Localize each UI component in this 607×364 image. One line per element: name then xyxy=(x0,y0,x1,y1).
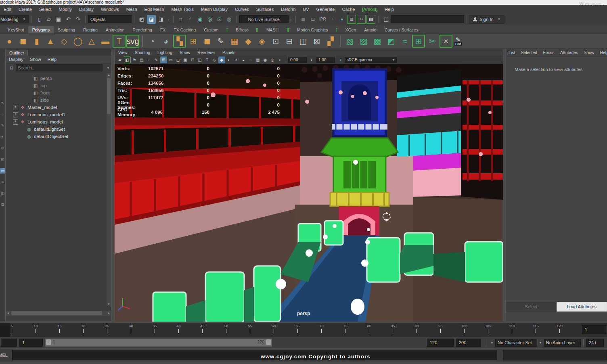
shelf-tab[interactable]: FX Caching xyxy=(170,26,200,33)
menu-item[interactable]: Modify xyxy=(55,7,75,12)
shelf-tab[interactable]: Polygons xyxy=(28,26,54,33)
scale-tool-icon[interactable]: ◱ xyxy=(0,157,6,162)
anim-layer-dropdown[interactable]: No Anim Layer xyxy=(544,339,581,347)
select-hierarchy-icon[interactable]: ◩ xyxy=(137,15,146,24)
viewport-menu-item[interactable]: View xyxy=(115,50,131,55)
anti-alias-icon[interactable]: ▦ xyxy=(255,56,262,63)
outliner-menu-item[interactable]: Display xyxy=(6,57,27,62)
playback-range-slider[interactable]: 1 120 xyxy=(45,339,272,347)
poly-cylinder-icon[interactable]: ▮ xyxy=(30,35,43,48)
outliner-item[interactable]: ◍ defaultObjectSet xyxy=(6,133,111,140)
combine-icon[interactable]: ▚ xyxy=(173,35,186,48)
move-tool-icon[interactable]: + xyxy=(0,134,6,140)
delete-uvs-icon[interactable]: × xyxy=(440,35,452,48)
sign-in-dropdown[interactable]: Sign In ▼ xyxy=(469,15,504,24)
mirror-icon[interactable]: ◫ xyxy=(297,35,310,48)
poly-cone-icon[interactable]: ▲ xyxy=(44,35,57,48)
poly-torus-icon[interactable]: ◯ xyxy=(71,35,84,48)
redo-icon[interactable]: ↷ xyxy=(73,15,82,24)
shelf-tab[interactable]: MASH xyxy=(262,26,283,33)
sidebar-toggle-icon[interactable]: ◫ xyxy=(381,15,390,24)
expand-icon[interactable]: + xyxy=(13,112,18,117)
menu-item[interactable]: Cache xyxy=(338,7,358,12)
no-live-surface-button[interactable]: No Live Surface xyxy=(239,15,289,23)
grease-pencil-icon[interactable]: ✎ xyxy=(153,56,160,63)
animation-end-field[interactable]: 200 xyxy=(456,339,481,347)
outliner-panel-tab[interactable]: Outliner xyxy=(6,50,28,56)
shelf-tab[interactable]: ][ xyxy=(283,26,293,33)
shelf-tab[interactable]: Arnold xyxy=(360,26,380,33)
booleans-union-icon[interactable]: ◔ xyxy=(146,35,159,48)
attribute-editor-menu-item[interactable]: List xyxy=(506,50,518,55)
isolate-select-icon[interactable]: ◎ xyxy=(269,56,276,63)
menu-item[interactable]: Create xyxy=(15,7,36,12)
film-gate-icon[interactable]: ▭ xyxy=(167,56,174,63)
paint-select-tool-icon[interactable]: ✎ xyxy=(0,123,6,128)
menu-item[interactable]: Mesh xyxy=(123,7,141,12)
time-slider[interactable]: 5 10 15 20 25 xyxy=(0,323,607,337)
multi-cut-icon[interactable]: ✎ xyxy=(214,35,227,48)
quick-help-field[interactable] xyxy=(391,15,464,23)
connect-icon[interactable]: ⊞ xyxy=(187,35,200,48)
poly-pyramid-icon[interactable]: △ xyxy=(85,35,98,48)
gate-mask-icon[interactable]: ▣ xyxy=(182,56,189,63)
layout-persp-outliner-icon[interactable]: ◫ xyxy=(0,190,6,196)
color-management-icon[interactable]: ◑ xyxy=(337,56,343,63)
viewport-menu-item[interactable]: Lighting xyxy=(154,50,176,55)
svg-tool-icon[interactable]: svg xyxy=(126,35,139,48)
poly-sphere-icon[interactable]: ● xyxy=(3,35,16,48)
render-settings-icon[interactable]: ◔ xyxy=(328,15,337,24)
outliner-search-input[interactable]: Search... xyxy=(16,64,103,71)
menu-item[interactable]: Deform xyxy=(277,7,299,12)
select-tool-icon[interactable]: ↖ xyxy=(0,100,6,106)
exposure-icon[interactable]: ◖ xyxy=(276,56,283,63)
rotate-tool-icon[interactable]: ⟳ xyxy=(0,145,6,151)
shelf-tab[interactable]: Curves / Surfaces xyxy=(381,26,422,33)
shadows-icon[interactable]: ◒ xyxy=(240,56,247,63)
shelf-tab[interactable]: Animation xyxy=(102,26,129,33)
menu-item[interactable]: Edit Mesh xyxy=(141,7,168,12)
range-start-handle[interactable] xyxy=(46,339,51,345)
shelf-tab[interactable]: Custom xyxy=(200,26,222,33)
scroll-down-icon[interactable]: ▼ xyxy=(107,302,111,306)
current-frame-field[interactable]: 1 xyxy=(582,325,606,334)
layout-single-pane-icon[interactable]: ▭ xyxy=(0,168,6,174)
poly-plane-icon[interactable]: ◇ xyxy=(58,35,71,48)
attribute-editor-menu-item[interactable]: Attributes xyxy=(557,50,581,55)
viewport-menu-item[interactable]: Renderer xyxy=(194,50,219,55)
smooth-shade-icon[interactable]: ◆ xyxy=(218,56,225,63)
menu-item[interactable]: Mesh Display xyxy=(197,7,231,12)
fps-field[interactable]: 24 f xyxy=(586,339,604,347)
bridge-icon[interactable]: ◈ xyxy=(255,35,268,48)
shelf-tab[interactable]: Motion Graphics xyxy=(293,26,332,33)
snap-to-grid-icon[interactable]: ⌗ xyxy=(176,15,185,24)
menu-item[interactable]: Select xyxy=(36,7,55,12)
camera-attributes-icon[interactable]: ◧ xyxy=(124,56,131,63)
menu-set-dropdown[interactable]: Modeling ▼ xyxy=(0,15,29,23)
outliner-item[interactable]: + ❖ Master_model xyxy=(6,104,111,111)
load-attributes-button[interactable]: Load Attributes xyxy=(557,302,607,312)
outliner-item[interactable]: ◧ persp xyxy=(6,75,111,82)
bookmarks-icon[interactable]: ⚑ xyxy=(131,56,138,63)
outliner-menu-item[interactable]: Help xyxy=(44,57,60,62)
menu-item[interactable]: Edit xyxy=(0,7,15,12)
uv-editor-icon[interactable]: ⊞ xyxy=(412,35,425,48)
menu-item[interactable]: Windows xyxy=(97,7,123,12)
outliner-item[interactable]: ◧ front xyxy=(6,89,111,96)
attribute-editor-menu-item[interactable]: Focus xyxy=(540,50,557,55)
chevron-down-icon[interactable]: ▼ xyxy=(107,66,110,70)
poly-text-icon[interactable]: T xyxy=(113,35,126,48)
new-scene-icon[interactable]: ▯ xyxy=(35,15,44,24)
attribute-editor-menu-item[interactable]: Help xyxy=(597,50,607,55)
chevron-down-icon[interactable]: ▼ xyxy=(490,341,494,345)
shelf-tab[interactable]: Rendering xyxy=(128,26,156,33)
layout-hypershade-icon[interactable]: ⊟ xyxy=(0,202,6,207)
viewport-menu-item[interactable]: Panels xyxy=(219,50,239,55)
animation-start-field[interactable] xyxy=(1,339,17,347)
undo-icon[interactable]: ↶ xyxy=(64,15,73,24)
shelf-tab[interactable]: Rigging xyxy=(79,26,102,33)
outliner-vertical-scrollbar[interactable]: ▲ ▼ xyxy=(107,73,111,306)
viewport-3d-scene[interactable]: persp Verts: 102571 0 0 Edges: xyxy=(115,64,503,322)
shelf-tab[interactable]: FX xyxy=(156,26,170,33)
chevron-down-icon[interactable]: ▼ xyxy=(539,341,542,345)
